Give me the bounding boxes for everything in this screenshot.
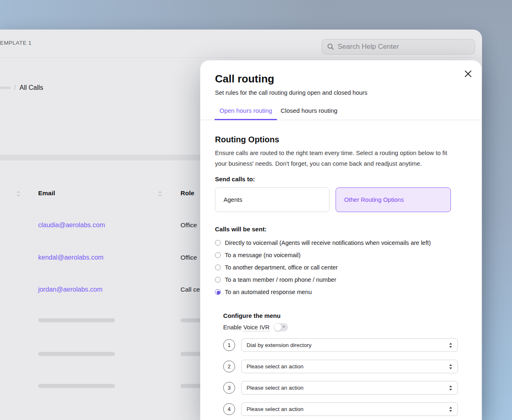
radio-to-a-message[interactable]: To a message (no voicemail)	[215, 252, 431, 258]
select-arrows-icon	[449, 385, 453, 391]
select-arrows-icon	[449, 406, 453, 412]
sort-icon[interactable]	[16, 191, 21, 197]
call-routing-modal: Call routing Set rules for the call rout…	[200, 60, 482, 420]
tab-bar: Open hours routing Closed hours routing	[200, 106, 482, 120]
sort-icon[interactable]	[158, 191, 162, 197]
configure-menu-heading: Configure the menu	[223, 313, 281, 319]
select-arrows-icon	[449, 364, 453, 370]
tab-closed-hours-routing[interactable]: Closed hours routing	[281, 106, 337, 120]
skeleton-bar	[38, 384, 115, 388]
skeleton-bar	[38, 352, 115, 356]
column-header-role[interactable]: Role	[181, 189, 194, 197]
radio-circle	[215, 265, 221, 270]
radio-directly-to-voicemail[interactable]: Directly to voicemail (Agents will recei…	[215, 240, 431, 246]
menu-action-select-1[interactable]: Dial by extension directory	[241, 338, 458, 352]
menu-step-row-1: 1 Dial by extension directory	[223, 338, 458, 352]
email-link[interactable]: jordan@aerolabs.com	[38, 286, 103, 293]
menu-step-row-4: 4 Please select an action	[223, 402, 458, 416]
radio-circle-selected	[215, 289, 221, 295]
select-arrows-icon	[449, 342, 453, 348]
menu-action-select-4[interactable]: Please select an action	[241, 402, 458, 416]
radio-circle	[215, 277, 221, 283]
radio-automated-response-menu[interactable]: To an automated response menu	[215, 289, 431, 295]
step-number-badge: 3	[223, 382, 235, 394]
skeleton-bar	[38, 318, 115, 322]
close-icon	[464, 70, 472, 78]
menu-action-select-2[interactable]: Please select an action	[241, 360, 458, 373]
menu-action-select-3[interactable]: Please select an action	[241, 381, 458, 395]
breadcrumb-separator: /	[14, 84, 16, 91]
breadcrumb-current[interactable]: All Calls	[19, 84, 43, 91]
radio-circle	[215, 240, 221, 246]
step-number-badge: 4	[223, 403, 235, 415]
role-cell: Office	[181, 254, 197, 261]
help-center-search[interactable]	[322, 39, 475, 55]
role-cell: Office	[181, 221, 197, 229]
radio-another-department[interactable]: To another department, office or call ce…	[215, 264, 431, 271]
toggle-off-x-icon: ✕	[282, 324, 285, 329]
role-cell: Call ce	[181, 286, 200, 293]
send-calls-label: Send calls to:	[215, 176, 255, 183]
option-other-routing-button[interactable]: Other Routing Options	[336, 187, 451, 212]
voice-ivr-toggle[interactable]: ✕	[274, 323, 288, 331]
close-button[interactable]	[463, 68, 473, 79]
modal-title: Call routing	[215, 73, 274, 85]
modal-subtitle: Set rules for the call routing during op…	[215, 89, 368, 96]
column-header-email[interactable]: Email	[38, 189, 55, 197]
email-link[interactable]: claudia@aerolabs.com	[38, 221, 105, 229]
ivr-label-term: Voice IVR	[243, 324, 270, 331]
enable-voice-ivr-row: Enable Voice IVR ✕	[223, 323, 288, 331]
routing-options-description: Ensure calls are routed to the right tea…	[215, 148, 452, 169]
calls-sent-label: Calls will be sent:	[215, 226, 267, 233]
ivr-label-prefix: Enable	[223, 324, 242, 331]
enable-voice-ivr-label: Enable Voice IVR	[223, 324, 270, 331]
toggle-knob	[274, 324, 281, 331]
menu-step-row-2: 2 Please select an action	[223, 360, 458, 373]
email-link[interactable]: kendal@aerolabs.com	[38, 254, 103, 261]
menu-step-row-3: 3 Please select an action	[223, 381, 458, 395]
search-input[interactable]	[338, 43, 470, 51]
radio-circle	[215, 252, 221, 258]
breadcrumb: / All Calls	[0, 84, 43, 92]
radio-team-member[interactable]: To a team member / room phone / number	[215, 276, 431, 283]
tab-open-hours-routing[interactable]: Open hours routing	[215, 106, 277, 120]
step-number-badge: 2	[223, 361, 235, 372]
search-icon	[327, 43, 334, 50]
breadcrumb-skeleton	[0, 87, 11, 89]
step-number-badge: 1	[223, 339, 235, 351]
option-agents-button[interactable]: Agents	[215, 187, 329, 212]
app-header: EMPLATE 1	[0, 30, 482, 58]
app-title: EMPLATE 1	[0, 40, 32, 46]
routing-options-heading: Routing Options	[215, 135, 279, 144]
destination-radio-group: Directly to voicemail (Agents will recei…	[215, 240, 431, 295]
